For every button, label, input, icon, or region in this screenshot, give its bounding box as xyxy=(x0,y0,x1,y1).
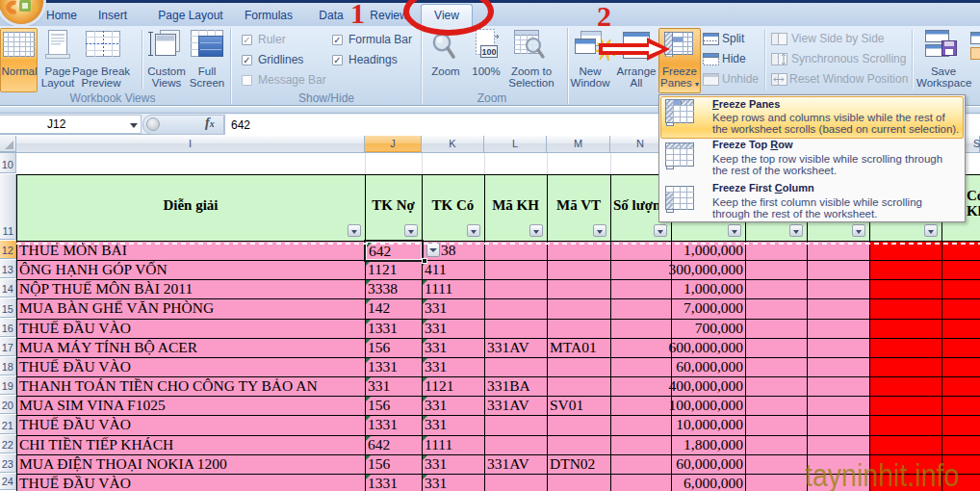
svg-text:100: 100 xyxy=(481,47,496,57)
